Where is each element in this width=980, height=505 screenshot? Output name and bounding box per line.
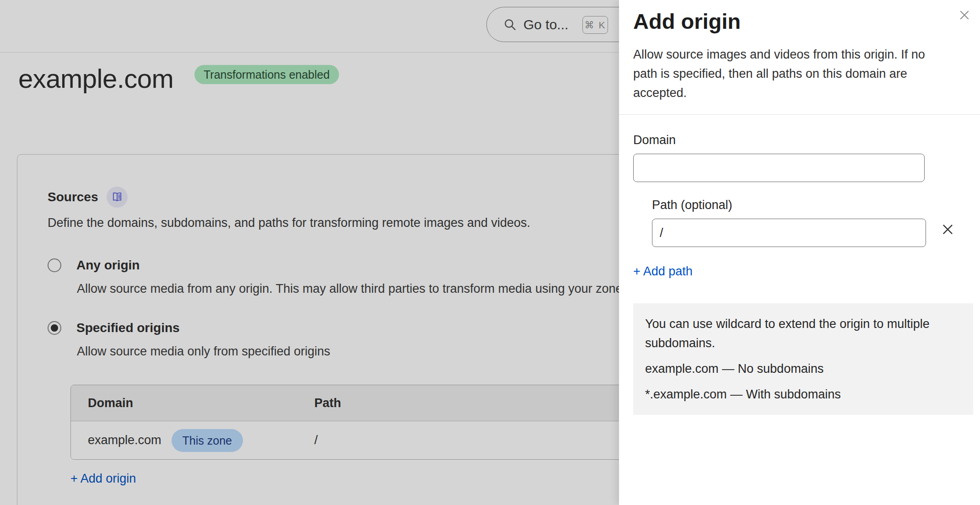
panel-description: Allow source images and videos from this… bbox=[633, 45, 962, 102]
close-icon[interactable] bbox=[958, 8, 971, 22]
path-label: Path (optional) bbox=[652, 198, 962, 212]
add-path-link[interactable]: + Add path bbox=[633, 264, 962, 279]
wildcard-info-box: You can use wildcard to extend the origi… bbox=[633, 303, 973, 415]
remove-path-icon[interactable] bbox=[940, 222, 955, 237]
panel-title: Add origin bbox=[633, 10, 962, 33]
info-line-no-subdomains: example.com — No subdomains bbox=[645, 359, 961, 378]
domain-input[interactable] bbox=[633, 154, 925, 182]
divider bbox=[619, 114, 980, 115]
domain-label: Domain bbox=[633, 133, 962, 147]
path-input[interactable] bbox=[652, 219, 926, 247]
info-line-with-subdomains: *.example.com — With subdomains bbox=[645, 385, 961, 404]
info-line-wildcard: You can use wildcard to extend the origi… bbox=[645, 314, 961, 353]
add-origin-panel: Add origin Allow source images and video… bbox=[619, 0, 980, 505]
